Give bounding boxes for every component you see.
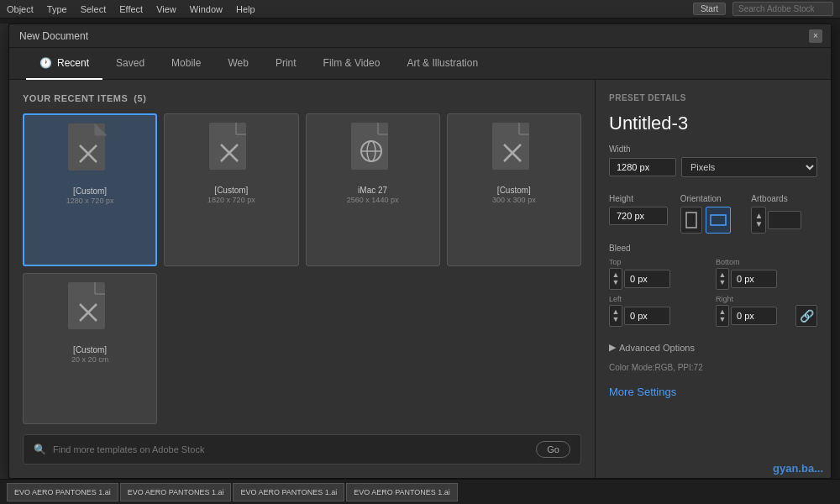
clock-icon: 🕐: [39, 57, 52, 69]
svg-rect-6: [351, 123, 388, 170]
advanced-options-toggle[interactable]: ▶ Advanced Options: [609, 342, 817, 353]
artboards-stepper[interactable]: ▲▼: [751, 207, 766, 234]
recent-item-4[interactable]: [Custom] 300 x 300 px: [447, 113, 581, 266]
height-label: Height: [609, 194, 675, 203]
chevron-right-icon: ▶: [609, 342, 616, 353]
artboards-label: Artboards: [751, 194, 817, 203]
left-sidebar: [0, 24, 8, 479]
menu-item-window[interactable]: Window: [190, 4, 223, 14]
stock-search-input[interactable]: [53, 444, 529, 454]
bleed-bottom-label: Bottom: [716, 258, 817, 266]
item-label-2: [Custom]: [214, 185, 248, 196]
bleed-grid: Top ▲▼ Bottom ▲▼: [609, 258, 817, 327]
item-sublabel-1: 1280 x 720 px: [66, 197, 114, 205]
menu-item-help[interactable]: Help: [236, 4, 255, 14]
item-label-3: iMac 27: [358, 185, 387, 196]
bleed-left-field: Left ▲▼: [609, 295, 711, 327]
item-sublabel-5: 20 x 20 cm: [71, 355, 108, 364]
bleed-bottom-stepper[interactable]: ▲▼: [716, 268, 729, 290]
tab-print[interactable]: Print: [262, 48, 310, 80]
height-field: Height: [609, 194, 675, 225]
bleed-bottom-input[interactable]: [731, 270, 777, 288]
tab-art-illustration[interactable]: Art & Illustration: [393, 48, 491, 80]
item-icon-4: [489, 121, 539, 180]
dialog-title: New Document: [19, 30, 88, 42]
recent-item-3[interactable]: iMac 27 2560 x 1440 px: [306, 113, 440, 266]
go-button[interactable]: Go: [536, 441, 570, 458]
svg-rect-17: [711, 215, 726, 225]
adobe-stock-search-input[interactable]: [732, 2, 833, 16]
left-panel: YOUR RECENT ITEMS (5) [Custom]: [9, 80, 596, 478]
item-label-4: [Custom]: [497, 185, 531, 196]
tabs-bar: 🕐 Recent Saved Mobile Web Print Film & V…: [9, 48, 831, 80]
recent-items-title: YOUR RECENT ITEMS (5): [23, 93, 581, 103]
dialog-body: YOUR RECENT ITEMS (5) [Custom]: [9, 80, 831, 478]
bleed-right-stepper[interactable]: ▲▼: [716, 305, 729, 327]
item-sublabel-4: 300 x 300 px: [492, 196, 536, 204]
item-icon-2: [206, 121, 256, 180]
taskbar-item-3[interactable]: EVO AERO PANTONES 1.ai: [233, 483, 344, 501]
bleed-top-stepper[interactable]: ▲▼: [609, 268, 622, 290]
bleed-right-label: Right: [716, 295, 817, 303]
svg-rect-16: [686, 213, 696, 228]
landscape-orientation-button[interactable]: [706, 207, 731, 234]
menu-item-type[interactable]: Type: [47, 4, 67, 14]
watermark: gyan.ba...: [773, 462, 823, 475]
item-icon-3: [348, 121, 398, 180]
height-input[interactable]: [609, 207, 668, 225]
tab-film-video[interactable]: Film & Video: [310, 48, 394, 80]
recent-items-grid: [Custom] 1280 x 720 px [Custom] 18: [23, 113, 581, 424]
recent-item-2[interactable]: [Custom] 1820 x 720 px: [164, 113, 298, 266]
bleed-left-input[interactable]: [624, 307, 670, 325]
start-button[interactable]: Start: [693, 3, 726, 15]
recent-item-5[interactable]: [Custom] 20 x 20 cm: [23, 273, 157, 424]
width-label: Width: [609, 144, 817, 154]
bleed-title: Bleed: [609, 244, 817, 253]
artboards-input[interactable]: 1: [768, 211, 801, 229]
close-button[interactable]: ×: [809, 29, 822, 43]
bleed-right-field: Right ▲▼ 🔗: [716, 295, 817, 327]
bleed-right-input[interactable]: [731, 307, 777, 325]
artboards-field: Artboards ▲▼ 1: [751, 194, 817, 234]
width-field: Width Pixels Inches Centimeters Millimet…: [609, 144, 817, 184]
orientation-label: Orientation: [680, 194, 747, 203]
more-settings-button[interactable]: More Settings: [609, 382, 817, 402]
item-label-1: [Custom]: [73, 186, 107, 197]
unit-select[interactable]: Pixels Inches Centimeters Millimeters Po…: [681, 157, 817, 177]
taskbar-item-4[interactable]: EVO AERO PANTONES 1.ai: [346, 483, 458, 501]
svg-rect-10: [492, 123, 529, 170]
bleed-left-label: Left: [609, 295, 711, 303]
tab-saved[interactable]: Saved: [102, 48, 158, 80]
item-sublabel-3: 2560 x 1440 px: [347, 196, 399, 204]
tab-mobile[interactable]: Mobile: [158, 48, 214, 80]
width-input[interactable]: [609, 158, 676, 176]
preset-section-title: PRESET DETAILS: [609, 93, 817, 102]
preset-name: Untitled-3: [609, 113, 817, 134]
orientation-field: Orientation: [680, 194, 747, 234]
color-mode-text: Color Mode:RGB, PPI:72: [609, 363, 817, 372]
new-document-dialog: New Document × 🕐 Recent Saved Mobile Web…: [8, 24, 832, 479]
bleed-top-input[interactable]: [624, 270, 670, 288]
tab-web[interactable]: Web: [214, 48, 261, 80]
bleed-link-button[interactable]: 🔗: [795, 305, 817, 327]
height-orient-artboards-row: Height Orientation: [609, 194, 817, 234]
bleed-top-label: Top: [609, 258, 711, 266]
tab-recent[interactable]: 🕐 Recent: [26, 48, 102, 80]
taskbar-item-2[interactable]: EVO AERO PANTONES 1.ai: [120, 483, 232, 501]
svg-rect-3: [209, 123, 246, 170]
bleed-section: Bleed Top ▲▼ Bottom: [609, 244, 817, 332]
bleed-top-field: Top ▲▼: [609, 258, 711, 290]
item-icon-5: [65, 281, 115, 339]
recent-item-1[interactable]: [Custom] 1280 x 720 px: [23, 113, 157, 266]
svg-rect-13: [68, 282, 105, 329]
menu-item-select[interactable]: Select: [81, 4, 107, 14]
menu-item-view[interactable]: View: [156, 4, 176, 14]
item-icon-1: [65, 122, 115, 181]
item-label-5: [Custom]: [73, 344, 107, 355]
bleed-left-stepper[interactable]: ▲▼: [609, 305, 622, 327]
portrait-orientation-button[interactable]: [680, 207, 702, 234]
taskbar-item-1[interactable]: EVO AERO PANTONES 1.ai: [7, 483, 118, 501]
dialog-titlebar: New Document ×: [9, 24, 831, 48]
menu-item-object[interactable]: Object: [7, 4, 34, 14]
menu-item-effect[interactable]: Effect: [119, 4, 143, 14]
